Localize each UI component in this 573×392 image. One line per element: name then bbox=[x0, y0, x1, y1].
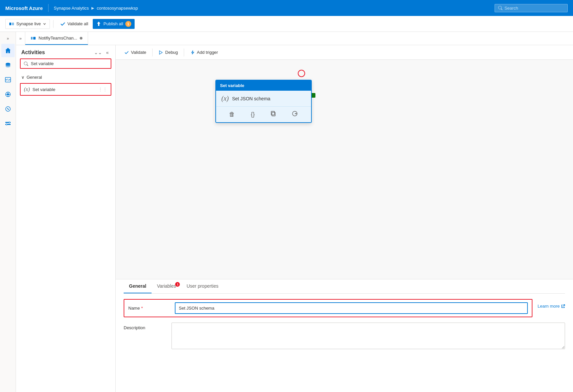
name-field-container: Name * bbox=[124, 299, 532, 317]
code-button[interactable]: {} bbox=[248, 110, 257, 119]
validate-canvas-icon bbox=[124, 50, 129, 55]
left-sidebar: » bbox=[0, 32, 16, 392]
publish-all-button[interactable]: Publish all 1 bbox=[93, 19, 134, 29]
description-label-group: Description bbox=[124, 323, 164, 330]
drag-handle-icon[interactable]: ⋮⋮ bbox=[98, 87, 107, 92]
search-input[interactable] bbox=[505, 6, 564, 11]
name-label-group: Name * bbox=[128, 306, 168, 311]
sv-card-header: Set variable bbox=[216, 80, 311, 91]
sidebar-monitor-icon[interactable] bbox=[1, 102, 15, 116]
canvas-toolbar-divider bbox=[152, 49, 153, 56]
trigger-icon bbox=[190, 50, 195, 55]
sv-card-actions: 🗑 {} bbox=[216, 106, 311, 122]
activities-header: Activities ⌄⌄ « bbox=[16, 45, 115, 58]
debug-icon bbox=[159, 50, 163, 55]
tab-variables[interactable]: Variables 1 bbox=[152, 279, 181, 293]
svg-point-15 bbox=[6, 124, 7, 125]
collapse-panel-button[interactable]: « bbox=[105, 49, 110, 56]
search-bar[interactable] bbox=[495, 4, 568, 12]
description-form-row: Description bbox=[124, 323, 565, 350]
description-input[interactable] bbox=[172, 323, 565, 349]
breadcrumb: Synapse Analytics ▶ contososynapsewksp bbox=[54, 6, 138, 11]
validate-icon bbox=[60, 21, 65, 27]
activities-search-box bbox=[20, 58, 111, 69]
set-variable-icon: (x) bbox=[24, 86, 30, 92]
tab-general[interactable]: General bbox=[124, 279, 152, 293]
svg-rect-16 bbox=[31, 37, 33, 40]
svg-rect-1 bbox=[12, 23, 14, 25]
sidebar-manage-icon[interactable] bbox=[1, 117, 15, 130]
tab-expand-button[interactable]: » bbox=[16, 32, 25, 45]
search-icon bbox=[498, 6, 503, 10]
name-input[interactable] bbox=[175, 302, 528, 314]
sidebar-expand-button[interactable]: » bbox=[4, 35, 12, 43]
svg-point-6 bbox=[7, 93, 9, 95]
navigate-icon bbox=[292, 111, 298, 117]
pipeline-tab-label: NotifiyTeamsChan... bbox=[39, 36, 77, 41]
sidebar-integrate-icon[interactable] bbox=[1, 88, 15, 101]
synapse-live-button[interactable]: Synapse live bbox=[5, 19, 50, 29]
split-area: Activities ⌄⌄ « ∨ bbox=[16, 45, 573, 392]
sidebar-develop-icon[interactable] bbox=[1, 73, 15, 86]
tab-user-properties[interactable]: User properties bbox=[181, 279, 224, 293]
debug-button[interactable]: Debug bbox=[155, 48, 181, 57]
learn-more-link[interactable]: Learn more bbox=[532, 299, 565, 309]
publish-icon bbox=[96, 21, 101, 27]
name-form-row: Name * Learn more bbox=[124, 299, 565, 317]
description-label: Description bbox=[124, 325, 145, 330]
svg-line-4 bbox=[8, 79, 8, 81]
validate-button[interactable]: Validate bbox=[121, 48, 150, 57]
connection-dot bbox=[298, 70, 305, 77]
navigate-button[interactable] bbox=[289, 109, 300, 120]
collapse-all-button[interactable]: ⌄⌄ bbox=[93, 49, 103, 56]
sv-card-body[interactable]: (x) Set JSON schema bbox=[216, 91, 311, 106]
pipeline-tab[interactable]: NotifiyTeamsChan... bbox=[25, 32, 88, 45]
activities-search-input[interactable] bbox=[31, 61, 107, 66]
required-star: * bbox=[141, 306, 143, 311]
publish-badge: 1 bbox=[125, 21, 131, 27]
section-label: General bbox=[27, 75, 42, 80]
svg-rect-0 bbox=[9, 23, 11, 25]
breadcrumb-workspace: contososynapsewksp bbox=[97, 6, 138, 11]
activity-item-inner: (x) Set variable bbox=[24, 86, 95, 92]
details-pane: General Variables 1 User properties bbox=[116, 279, 573, 392]
description-input-wrap bbox=[172, 323, 565, 350]
top-nav: Microsoft Azure Synapse Analytics ▶ cont… bbox=[0, 0, 573, 16]
sidebar-home-icon[interactable] bbox=[1, 44, 15, 57]
add-trigger-button[interactable]: Add trigger bbox=[187, 48, 221, 57]
delete-button[interactable]: 🗑 bbox=[226, 110, 238, 119]
canvas-area: Validate Debug Add trigger bbox=[116, 45, 573, 392]
canvas-toolbar: Validate Debug Add trigger bbox=[116, 45, 573, 60]
breadcrumb-arrow-icon: ▶ bbox=[91, 6, 94, 10]
pipeline-tab-icon bbox=[31, 36, 36, 41]
validate-all-button[interactable]: Validate all bbox=[57, 19, 92, 29]
content-area: » NotifiyTeamsChan... Activities ⌄⌄ « bbox=[16, 32, 573, 392]
variables-badge: 1 bbox=[175, 282, 180, 287]
sv-card-icon: (x) bbox=[221, 95, 229, 102]
brand-name: Microsoft Azure bbox=[5, 5, 43, 11]
canvas[interactable]: Set variable (x) Set JSON schema 🗑 {} bbox=[116, 60, 573, 279]
svg-point-14 bbox=[9, 122, 10, 123]
sidebar-data-icon[interactable] bbox=[1, 58, 15, 72]
activities-title: Activities bbox=[21, 49, 45, 55]
activities-panel: Activities ⌄⌄ « ∨ bbox=[16, 45, 116, 392]
activities-controls: ⌄⌄ « bbox=[93, 49, 110, 56]
details-tabs: General Variables 1 User properties bbox=[124, 279, 565, 294]
name-label: Name bbox=[128, 306, 140, 311]
main-toolbar: Synapse live Validate all Publish all 1 bbox=[0, 16, 573, 32]
tab-unsaved-dot bbox=[80, 37, 82, 40]
section-header-general[interactable]: ∨ General bbox=[20, 73, 111, 82]
canvas-divider2 bbox=[184, 49, 184, 56]
synapse-live-label: Synapse live bbox=[16, 21, 41, 26]
nav-divider bbox=[48, 4, 49, 12]
synapse-icon bbox=[9, 21, 14, 27]
copy-button[interactable] bbox=[268, 109, 279, 120]
sv-card-label: Set JSON schema bbox=[232, 96, 270, 101]
activity-item-label: Set variable bbox=[33, 87, 56, 92]
chevron-icon: ∨ bbox=[21, 75, 25, 80]
sv-card-title: Set variable bbox=[220, 83, 244, 88]
set-variable-card[interactable]: Set variable (x) Set JSON schema 🗑 {} bbox=[215, 80, 312, 123]
tab-bar: » NotifiyTeamsChan... bbox=[16, 32, 573, 45]
main-layout: » bbox=[0, 32, 573, 392]
set-variable-activity-item[interactable]: (x) Set variable ⋮⋮ bbox=[20, 83, 111, 96]
